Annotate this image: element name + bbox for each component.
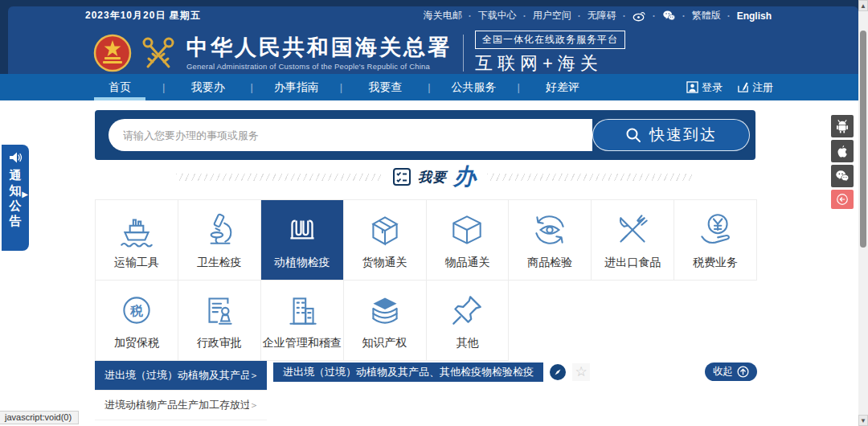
checklist-icon [392,167,411,186]
dot-separator: · [523,10,526,22]
app-download-bar [831,115,854,209]
service-tile-cargo-clearance[interactable]: 货物通关 [344,200,427,281]
detail-menu: 进出境（过境）动植物及其产品、...＞ 进境动植物产品生产加工存放过程...＞ … [95,361,267,426]
nav-separator: | [340,81,342,93]
hatch-decoration [487,174,692,181]
detail-menu-item[interactable]: 进境动植物产品生产加工存放过程...＞ [95,391,267,420]
empty-grid-cell [509,281,592,361]
service-tile-articles-clearance[interactable]: 物品通关 [427,200,510,281]
register-pen-icon [737,81,749,93]
dot-separator: · [578,10,581,22]
register-link[interactable]: 注册 [737,80,773,95]
user-icon [686,81,698,93]
platform-badge: 全国一体化在线政务服务平台 [475,31,625,49]
search-icon [625,127,641,143]
quarantine-detail-section: 进出境（过境）动植物及其产品、...＞ 进境动植物产品生产加工存放过程...＞ … [95,361,757,426]
stamp-document-icon [199,290,240,330]
collapse-button[interactable]: 收起 [705,363,757,381]
empty-grid-cell [674,281,757,361]
nav-item-rating[interactable]: 好差评 [538,74,588,100]
service-tile-commodity-inspection[interactable]: 商品检验 [509,200,592,281]
customs-crossed-keys-icon [138,33,178,73]
empty-grid-cell [592,281,674,361]
service-tile-other[interactable]: 其他 [427,281,510,361]
apple-app-button[interactable] [831,140,854,162]
site-subtitle: General Administration of Customs of the… [186,62,452,71]
platform-name: 互联网+海关 [475,51,625,76]
android-app-button[interactable] [831,115,854,137]
browser-status-tooltip: javascript:void(0) [0,411,79,424]
service-tile-enterprise-management[interactable]: 企业管理和稽查 [261,281,344,361]
android-icon [835,119,850,133]
microscope-icon [199,210,240,250]
wechat-icon[interactable] [662,10,676,22]
dot-separator: · [727,10,731,22]
services-grid: 运输工具 卫生检疫 动植物检疫 货物通关 物品通关 商品检验 [95,199,757,361]
star-outline-icon[interactable]: ☆ [572,363,590,381]
service-tile-health-quarantine[interactable]: 卫生检疫 [178,200,261,281]
section-header: 我要 办 [0,166,868,187]
nav-item-public-services[interactable]: 公共服务 [448,74,500,100]
hand-coin-icon [695,210,735,250]
service-tile-intellectual-property[interactable]: 知识产权 [344,281,427,361]
section-title-prefix: 我要 [418,168,447,186]
pushpin-icon [447,290,487,330]
wechat-icon [835,169,850,183]
nav-item-i-want-to-apply[interactable]: 我要办 [182,74,232,100]
scrollbar-thumb[interactable] [860,31,866,248]
section-title-suffix: 办 [453,166,476,187]
nav-separator: | [518,81,520,93]
login-link[interactable]: 登录 [686,80,723,95]
service-tile-import-export-food[interactable]: 进出口食品 [592,200,674,281]
notice-announcement-tab[interactable]: 通知公告 ▶ [2,145,29,251]
service-tile-animal-plant-quarantine[interactable]: 动植物检疫 [261,200,344,281]
service-tile-tax-services[interactable]: 税费业务 [674,200,757,281]
detail-menu-item[interactable]: 进境动植物产品国外生产、加工...＞ [95,420,267,426]
header-band: 2023年10月20日 星期五 海关电邮· 下载中心· 用户空间· 无障碍· ·… [8,6,858,74]
wechat-app-button[interactable] [831,165,854,187]
books-icon [365,290,405,330]
cube-icon [447,210,487,250]
dot-separator: · [653,10,656,22]
svg-text:税: 税 [129,304,143,317]
page-scrollbar[interactable]: ▲ ▼ [858,0,868,426]
apple-icon [835,144,850,158]
eye-inspect-icon [530,210,570,250]
link-english[interactable]: English [737,10,772,22]
scroll-down-button[interactable]: ▼ [858,415,868,426]
test-tubes-icon [282,210,322,250]
detail-header-title: 进出境（过境）动植物及其产品、其他检疫物检验检疫 [273,363,543,382]
chevron-right-icon: ＞ [249,399,259,412]
service-tile-processing-bonded[interactable]: 税 加贸保税 [96,281,178,361]
link-accessibility[interactable]: 无障碍 [588,9,616,23]
compass-icon[interactable] [550,364,566,380]
buildings-icon [282,290,322,330]
national-emblem-icon [93,34,132,72]
nav-item-service-guide[interactable]: 办事指南 [271,74,322,100]
date-text: 2023年10月20日 星期五 [85,9,201,23]
link-customs-email[interactable]: 海关电邮 [424,9,462,23]
back-arrow-icon [835,192,850,207]
window-frame: 2023年10月20日 星期五 海关电邮· 下载中心· 用户空间· 无障碍· ·… [0,0,868,74]
scroll-up-button[interactable]: ▲ [858,0,868,11]
nav-item-i-want-to-check[interactable]: 我要查 [360,74,410,100]
link-download-center[interactable]: 下载中心 [478,9,517,23]
service-tile-transport[interactable]: 运输工具 [96,200,178,281]
site-logo: 中华人民共和国海关总署 General Administration of Cu… [93,31,625,76]
search-input[interactable] [108,119,592,151]
chevron-right-icon: ▶ [22,190,28,199]
dot-separator: · [469,10,472,22]
tax-circle-icon: 税 [117,290,157,330]
site-title: 中华人民共和国海关总署 [186,35,452,59]
main-nav: 首页 | 我要办 | 办事指南 | 我要查 | 公共服务 | 好差评 登录 注册 [0,74,868,100]
cutlery-icon [612,210,653,250]
quick-search-button[interactable]: 快速到达 [592,119,750,151]
service-tile-administrative-approval[interactable]: 行政审批 [178,281,261,361]
collapse-sidebar-button[interactable] [831,190,854,209]
detail-menu-item[interactable]: 进出境（过境）动植物及其产品、...＞ [95,361,267,391]
weibo-icon[interactable] [633,10,646,22]
search-panel: 快速到达 [95,110,755,160]
nav-item-home[interactable]: 首页 [95,74,145,100]
link-traditional-chinese[interactable]: 繁體版 [692,9,721,23]
link-user-space[interactable]: 用户空间 [533,9,571,23]
